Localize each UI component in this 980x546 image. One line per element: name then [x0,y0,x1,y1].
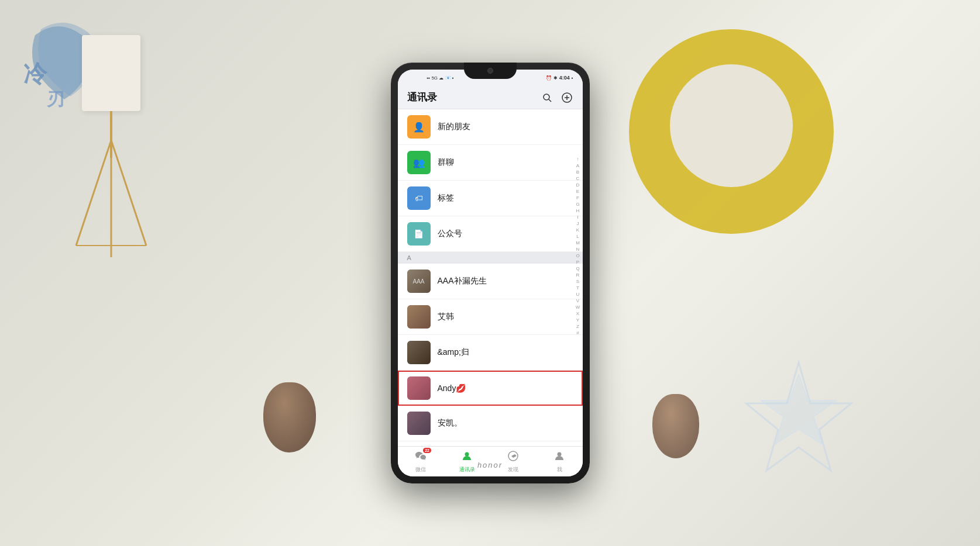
contact-amp[interactable]: &amp;归 [398,335,583,371]
nav-weixin-label: 微信 [415,466,426,474]
nav-discover-label: 发现 [508,466,518,474]
signal-icons: ▪▪ 5G ☁ 📧 ▪ [427,75,454,81]
status-right: ⏰ ✱ 4:04 ▪ [546,75,573,81]
nav-me-label: 我 [557,466,562,474]
alpha-h[interactable]: H [575,208,582,214]
official-account-item[interactable]: 📄 公众号 [398,216,583,252]
alpha-r[interactable]: R [575,272,582,278]
alpha-l[interactable]: L [575,233,582,240]
app-title: 通讯录 [407,91,437,104]
alarm-icon: ⏰ [546,75,552,81]
alpha-w[interactable]: W [575,304,582,310]
nav-weixin[interactable]: 22 微信 [398,450,444,474]
contact-aaa-avatar: AAA [407,269,431,293]
weixin-badge: 22 [423,448,431,453]
section-header-a: A [398,252,583,264]
contact-andy-name: Andy💋 [438,383,466,393]
official-label: 公众号 [438,229,462,239]
new-friends-label: 新的朋友 [438,122,470,132]
contact-ai[interactable]: 艾韩 [398,299,583,335]
contact-aaa-name: AAA补漏先生 [438,276,487,286]
status-left: ▪▪ 5G ☁ 📧 ▪ [427,75,454,81]
alpha-hash[interactable]: # [575,330,582,336]
new-friends-avatar: 👤 [407,115,431,139]
contact-ankai[interactable]: 安凯。 [398,406,583,441]
contact-amp-name: &amp;归 [438,347,469,358]
add-contact-button[interactable] [561,91,573,104]
alpha-m[interactable]: M [575,240,582,246]
alpha-g[interactable]: G [575,201,582,208]
alpha-v[interactable]: V [575,298,582,304]
official-avatar: 📄 [407,222,431,246]
alpha-e[interactable]: E [575,188,582,195]
tags-avatar: 🏷 [407,186,431,210]
pinecone-right [652,394,699,458]
phone-screen: ▪▪ 5G ☁ 📧 ▪ ⏰ ✱ 4:04 ▪ 通讯录 [398,70,583,476]
alpha-q[interactable]: Q [575,265,582,272]
alpha-t[interactable]: T [575,285,582,291]
alpha-x[interactable]: X [575,310,582,317]
pinecone-left [263,382,316,452]
svg-line-4 [111,140,146,246]
contact-ankai-avatar [407,412,431,435]
svg-line-9 [549,99,551,102]
alpha-i[interactable]: I [575,214,582,220]
tags-item[interactable]: 🏷 标签 [398,181,583,216]
svg-text:冷: 冷 [23,61,48,87]
contact-list: 👤 新的朋友 👥 群聊 🏷 标签 [398,109,583,452]
svg-point-13 [465,452,469,456]
alpha-o[interactable]: O [575,253,582,259]
new-friends-item[interactable]: 👤 新的朋友 [398,109,583,145]
alpha-a[interactable]: A [575,163,582,169]
nav-me[interactable]: 我 [537,450,583,474]
honor-brand: honor [477,461,503,469]
yellow-circle-inner [670,64,793,187]
nav-contacts-label: 通讯录 [459,466,475,474]
alpha-d[interactable]: D [575,182,582,188]
battery-icon: ▪ [572,75,573,81]
contact-aaa[interactable]: AAA AAA补漏先生 [398,264,583,299]
alpha-f[interactable]: F [575,195,582,201]
svg-point-8 [544,94,549,100]
alphabet-index: ↑ A B C D E F G H I J K L M N O P [575,156,582,336]
contacts-icon [461,450,473,465]
status-time: 4:04 [559,75,570,81]
alpha-y[interactable]: Y [575,317,582,323]
bluetooth-icon: ✱ [553,75,558,81]
contact-ankai-name: 安凯。 [438,418,462,428]
svg-text:刃: 刃 [46,89,64,109]
phone: ▪▪ 5G ☁ 📧 ▪ ⏰ ✱ 4:04 ▪ 通讯录 [391,63,590,483]
contact-amp-avatar [407,341,431,364]
phone-notch [464,63,517,79]
contact-ai-name: 艾韩 [438,312,454,322]
star-decoration [734,357,863,488]
alpha-u[interactable]: U [575,291,582,298]
contact-andy[interactable]: Andy💋 [398,371,583,406]
lamp-decoration [82,35,140,158]
group-chat-item[interactable]: 👥 群聊 [398,145,583,181]
alpha-b[interactable]: B [575,169,582,175]
contact-andy-avatar [407,376,431,400]
alpha-j[interactable]: J [575,220,582,227]
alpha-s[interactable]: S [575,278,582,285]
svg-point-16 [558,452,562,456]
weixin-icon: 22 [415,450,427,465]
group-chat-avatar: 👥 [407,151,431,174]
alpha-up[interactable]: ↑ [575,156,582,163]
me-icon [553,450,565,465]
app-header: 通讯录 [398,86,583,109]
contact-ai-avatar [407,305,431,329]
alpha-n[interactable]: N [575,246,582,253]
alpha-c[interactable]: C [575,175,582,182]
svg-marker-7 [761,374,837,444]
header-icons [541,91,573,104]
search-button[interactable] [541,91,553,104]
alpha-k[interactable]: K [575,227,582,233]
svg-line-2 [76,140,111,246]
alpha-p[interactable]: P [575,259,582,265]
phone-body: ▪▪ 5G ☁ 📧 ▪ ⏰ ✱ 4:04 ▪ 通讯录 [391,63,590,483]
svg-marker-15 [511,454,517,458]
group-chat-label: 群聊 [438,157,454,168]
alpha-z[interactable]: Z [575,323,582,330]
phone-camera [487,68,493,74]
